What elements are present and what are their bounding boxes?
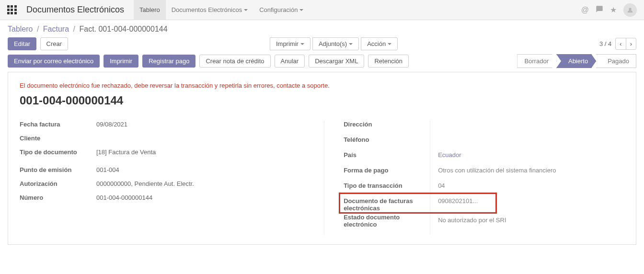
status-open[interactable]: Abierto [556, 54, 596, 68]
label-punto-emision: Punto de emisión [20, 166, 96, 173]
label-autorizacion: Autorización [20, 180, 96, 187]
pager-prev[interactable]: ‹ [616, 38, 625, 49]
credit-note-button[interactable]: Crear nota de crédito [199, 55, 270, 68]
document-number-title: 001-004-000000144 [20, 94, 624, 107]
value-forma-pago: Otros con utilización del sistema financ… [438, 167, 624, 175]
value-autorizacion: 0000000000, Pendiente Aut. Electr. [96, 180, 314, 187]
value-tipo-documento: [18] Factura de Venta [96, 148, 314, 156]
value-punto-emision: 001-004 [96, 166, 314, 173]
top-navbar: Documentos Electrónicos Tablero Document… [0, 0, 644, 20]
label-direccion: Dirección [344, 121, 430, 129]
btn-label: Imprimir [276, 40, 299, 47]
cancel-button[interactable]: Anular [275, 55, 305, 68]
label-pais: País [344, 151, 430, 160]
btn-label: Acción [367, 40, 386, 47]
label-forma-pago: Forma de pago [344, 167, 430, 175]
pager-text: 3 / 4 [599, 40, 611, 47]
breadcrumb-current: Fact. 001-004-000000144 [79, 25, 167, 33]
retention-button[interactable]: Retención [368, 55, 409, 68]
label-fecha-factura: Fecha factura [20, 121, 96, 128]
value-doc-facturas: 0908202101... [438, 197, 624, 206]
chat-icon[interactable] [596, 5, 603, 15]
label-cliente: Cliente [20, 135, 96, 142]
chevron-down-icon [244, 9, 248, 11]
attachments-dropdown[interactable]: Adjunto(s) [312, 37, 359, 50]
value-pais[interactable]: Ecuador [438, 151, 624, 160]
download-xml-button[interactable]: Descargar XML [309, 55, 364, 68]
value-telefono [438, 136, 624, 145]
value-tipo-transaccion: 04 [438, 182, 624, 191]
breadcrumb-sep: / [73, 25, 75, 33]
chevron-down-icon [300, 43, 304, 45]
at-icon[interactable]: @ [581, 6, 589, 14]
nav-tab-configuracion[interactable]: Configuración [253, 0, 309, 20]
status-bar: Borrador Abierto Pagado [518, 54, 636, 68]
breadcrumb-link[interactable]: Factura [43, 25, 69, 33]
user-avatar[interactable] [623, 3, 637, 17]
pager-next[interactable]: › [626, 38, 636, 49]
apps-grid-icon[interactable] [7, 5, 17, 14]
breadcrumb-link[interactable]: Tablero [8, 25, 33, 33]
nav-tab-label: Tablero [139, 6, 160, 13]
value-estado-doc: No autorizado por el SRI [438, 217, 624, 225]
rejection-alert: El documento electrónico fue rechazado, … [20, 82, 624, 89]
nav-tab-tablero[interactable]: Tablero [134, 0, 166, 20]
nav-tab-documentos[interactable]: Documentos Electrónicos [166, 0, 253, 20]
send-email-button[interactable]: Enviar por correo electrónico [8, 55, 100, 68]
status-draft[interactable]: Borrador [517, 54, 557, 68]
form-sheet: El documento electrónico fue rechazado, … [8, 72, 636, 245]
star-icon[interactable]: ★ [610, 5, 617, 14]
chevron-down-icon [349, 43, 353, 45]
app-brand: Documentos Electrónicos [26, 5, 124, 15]
status-paid[interactable]: Pagado [596, 54, 636, 68]
action-dropdown[interactable]: Acción [361, 37, 398, 50]
print-button[interactable]: Imprimir [104, 55, 138, 68]
label-tipo-documento: Tipo de documento [20, 148, 96, 156]
value-direccion [438, 121, 624, 129]
label-estado-doc: Estado documento electrónico [344, 214, 430, 228]
nav-tab-label: Configuración [259, 6, 298, 13]
label-telefono: Teléfono [344, 136, 430, 145]
nav-tab-label: Documentos Electrónicos [172, 6, 242, 13]
chevron-down-icon [299, 9, 303, 11]
register-payment-button[interactable]: Registrar pago [142, 55, 196, 68]
create-button[interactable]: Crear [40, 37, 69, 50]
edit-button[interactable]: Editar [8, 37, 36, 50]
breadcrumb: Tablero / Factura / Fact. 001-004-000000… [8, 25, 636, 34]
label-numero: Número [20, 194, 96, 201]
label-tipo-transaccion: Tipo de transacción [344, 182, 430, 191]
label-doc-facturas: Documento de facturas electrónicas [344, 197, 430, 212]
print-dropdown[interactable]: Imprimir [270, 37, 310, 50]
value-fecha-factura: 09/08/2021 [96, 121, 314, 128]
value-numero: 001-004-000000144 [96, 194, 314, 201]
breadcrumb-sep: / [37, 25, 39, 33]
btn-label: Adjunto(s) [319, 40, 347, 47]
chevron-down-icon [388, 43, 391, 45]
